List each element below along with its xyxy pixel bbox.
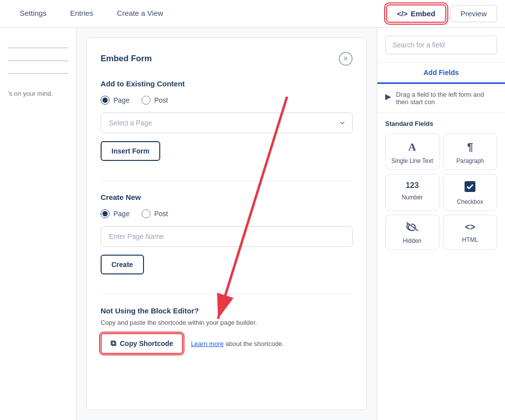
search-field-input[interactable]: [385, 36, 497, 54]
field-number[interactable]: 123 Number: [385, 174, 439, 211]
create-page-radio-label: Page: [113, 210, 130, 218]
paragraph-label: Paragraph: [456, 157, 484, 164]
drag-hint-text: Drag a field to the left form and then s…: [396, 91, 497, 106]
select-page-dropdown[interactable]: Select a Page: [101, 113, 353, 133]
add-existing-title: Add to Existing Content: [101, 79, 353, 88]
fields-grid: A Single Line Text ¶ Paragraph 123 Numbe…: [385, 133, 497, 250]
not-block-title: Not Using the Block Editor?: [101, 306, 353, 315]
embed-button-label: Embed: [411, 9, 435, 18]
single-line-text-icon: A: [408, 141, 416, 153]
tab-create-view[interactable]: Create a View: [105, 0, 175, 27]
tab-add-fields[interactable]: Add Fields: [377, 63, 505, 84]
embed-button[interactable]: </> Embed: [386, 4, 446, 23]
drag-hint: ▶ Drag a field to the left form and then…: [377, 84, 505, 113]
create-page-radio-input[interactable]: [101, 209, 109, 218]
sidebar-divider-2: [8, 60, 68, 61]
hidden-label: Hidden: [403, 237, 422, 244]
cursor-icon: ▶: [385, 92, 391, 101]
post-radio-label: Post: [154, 96, 168, 104]
embed-panel-header: Embed Form ×: [101, 52, 353, 66]
search-box: [377, 28, 505, 63]
left-sidebar: 's on your mind.: [0, 28, 76, 420]
sidebar-text: 's on your mind.: [0, 86, 76, 101]
page-radio-label: Page: [113, 96, 130, 104]
learn-more-text: Learn more about the shortcode.: [191, 340, 284, 347]
embed-panel-title: Embed Form: [101, 54, 152, 64]
add-existing-post-radio[interactable]: Post: [142, 96, 168, 105]
field-single-line-text[interactable]: A Single Line Text: [385, 133, 439, 170]
field-hidden[interactable]: Hidden: [385, 215, 439, 250]
top-navigation: Settings Entries Create a View </> Embed…: [0, 0, 505, 28]
add-existing-page-radio[interactable]: Page: [101, 96, 130, 105]
right-sidebar: Add Fields ▶ Drag a field to the left fo…: [377, 28, 505, 420]
learn-more-link[interactable]: Learn more: [191, 340, 223, 347]
sidebar-divider-3: [8, 73, 68, 74]
number-icon: 123: [405, 181, 419, 190]
not-block-desc: Copy and paste the shortcode within your…: [101, 319, 353, 326]
right-sidebar-tabs: Add Fields: [377, 63, 505, 84]
section-divider: [101, 181, 353, 181]
embed-code-icon: </>: [397, 9, 408, 18]
single-line-text-label: Single Line Text: [391, 157, 433, 164]
tab-entries[interactable]: Entries: [58, 0, 105, 27]
field-checkbox[interactable]: Checkbox: [443, 174, 498, 211]
center-content: Embed Form × Add to Existing Content Pag…: [76, 28, 377, 420]
hidden-icon: [406, 222, 418, 233]
copy-shortcode-label: Copy Shortcode: [120, 340, 173, 347]
number-label: Number: [401, 194, 423, 201]
paragraph-icon: ¶: [467, 141, 473, 153]
section-divider-2: [101, 294, 353, 295]
fields-section: Standard Fields A Single Line Text ¶ Par…: [377, 113, 505, 257]
create-new-radio-group: Page Post: [101, 209, 353, 218]
embed-panel: Embed Form × Add to Existing Content Pag…: [86, 38, 367, 410]
add-existing-radio-group: Page Post: [101, 96, 353, 105]
field-html[interactable]: <> HTML: [443, 215, 498, 250]
not-block-section: Not Using the Block Editor? Copy and pas…: [101, 306, 353, 354]
tab-settings[interactable]: Settings: [8, 0, 58, 27]
html-label: HTML: [462, 236, 478, 243]
main-layout: 's on your mind. Embed Form × Add to Exi…: [0, 28, 505, 420]
sidebar-divider-1: [8, 47, 68, 48]
post-radio-input[interactable]: [142, 96, 150, 105]
html-icon: <>: [465, 222, 475, 232]
create-button[interactable]: Create: [101, 255, 144, 274]
create-new-title: Create New: [101, 193, 353, 201]
create-new-post-radio[interactable]: Post: [142, 209, 168, 218]
create-post-radio-label: Post: [154, 210, 168, 218]
create-post-radio-input[interactable]: [142, 209, 150, 218]
checkbox-icon: [465, 181, 475, 194]
close-button[interactable]: ×: [339, 52, 353, 66]
preview-button[interactable]: Preview: [450, 5, 497, 22]
shortcode-row: ⧉ Copy Shortcode Learn more about the sh…: [101, 333, 353, 354]
svg-rect-2: [465, 181, 475, 192]
standard-fields-title: Standard Fields: [385, 120, 497, 127]
copy-shortcode-button[interactable]: ⧉ Copy Shortcode: [101, 333, 183, 354]
page-name-input[interactable]: [101, 226, 353, 247]
page-radio-input[interactable]: [101, 96, 109, 105]
insert-form-button[interactable]: Insert Form: [101, 141, 160, 161]
nav-tabs-right: </> Embed Preview: [386, 0, 497, 27]
create-new-page-radio[interactable]: Page: [101, 209, 130, 218]
checkbox-label: Checkbox: [457, 198, 483, 205]
nav-tabs-left: Settings Entries Create a View: [8, 0, 175, 27]
copy-icon: ⧉: [110, 339, 116, 348]
after-learn-text: about the shortcode.: [225, 340, 284, 347]
field-paragraph[interactable]: ¶ Paragraph: [443, 133, 498, 170]
